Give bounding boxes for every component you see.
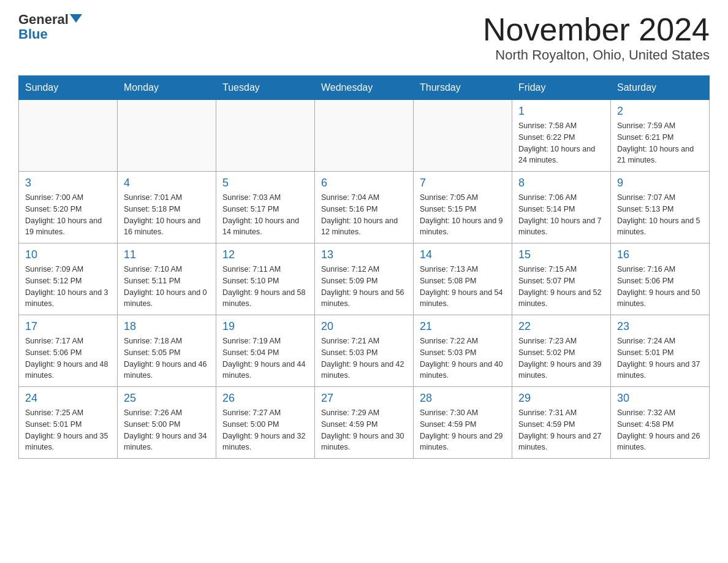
- day-info: Sunrise: 7:04 AMSunset: 5:16 PMDaylight:…: [321, 192, 407, 238]
- day-number: 29: [518, 392, 604, 405]
- day-info: Sunrise: 7:31 AMSunset: 4:59 PMDaylight:…: [518, 407, 604, 453]
- day-info: Sunrise: 7:21 AMSunset: 5:03 PMDaylight:…: [321, 335, 407, 381]
- day-info: Sunrise: 7:03 AMSunset: 5:17 PMDaylight:…: [222, 192, 308, 238]
- day-info: Sunrise: 7:01 AMSunset: 5:18 PMDaylight:…: [124, 192, 210, 238]
- day-info: Sunrise: 7:25 AMSunset: 5:01 PMDaylight:…: [25, 407, 111, 453]
- day-info: Sunrise: 7:24 AMSunset: 5:01 PMDaylight:…: [617, 335, 703, 381]
- day-number: 15: [518, 248, 604, 261]
- calendar-cell: [216, 100, 315, 172]
- day-number: 30: [617, 392, 703, 405]
- day-info: Sunrise: 7:58 AMSunset: 6:22 PMDaylight:…: [518, 120, 604, 166]
- calendar-cell: 17Sunrise: 7:17 AMSunset: 5:06 PMDayligh…: [19, 315, 118, 387]
- calendar-cell: 19Sunrise: 7:19 AMSunset: 5:04 PMDayligh…: [216, 315, 315, 387]
- calendar-cell: 2Sunrise: 7:59 AMSunset: 6:21 PMDaylight…: [611, 100, 710, 172]
- day-info: Sunrise: 7:06 AMSunset: 5:14 PMDaylight:…: [518, 192, 604, 238]
- day-info: Sunrise: 7:59 AMSunset: 6:21 PMDaylight:…: [617, 120, 703, 166]
- logo-blue-text: Blue: [18, 27, 48, 42]
- calendar-cell: 25Sunrise: 7:26 AMSunset: 5:00 PMDayligh…: [118, 387, 216, 459]
- day-number: 19: [222, 320, 308, 333]
- day-info: Sunrise: 7:05 AMSunset: 5:15 PMDaylight:…: [420, 192, 506, 238]
- day-number: 5: [222, 177, 308, 190]
- day-info: Sunrise: 7:11 AMSunset: 5:10 PMDaylight:…: [222, 264, 308, 310]
- calendar-cell: 6Sunrise: 7:04 AMSunset: 5:16 PMDaylight…: [315, 172, 414, 243]
- calendar-cell: [19, 100, 118, 172]
- day-info: Sunrise: 7:10 AMSunset: 5:11 PMDaylight:…: [124, 264, 210, 310]
- calendar-day-header-saturday: Saturday: [611, 76, 710, 100]
- calendar-cell: 10Sunrise: 7:09 AMSunset: 5:12 PMDayligh…: [19, 243, 118, 315]
- location-title: North Royalton, Ohio, United States: [483, 47, 710, 63]
- day-number: 14: [420, 248, 506, 261]
- calendar-week-row: 1Sunrise: 7:58 AMSunset: 6:22 PMDaylight…: [19, 100, 710, 172]
- calendar-cell: 7Sunrise: 7:05 AMSunset: 5:15 PMDaylight…: [414, 172, 512, 243]
- day-number: 20: [321, 320, 407, 333]
- day-number: 18: [124, 320, 210, 333]
- calendar-cell: 28Sunrise: 7:30 AMSunset: 4:59 PMDayligh…: [414, 387, 512, 459]
- day-number: 6: [321, 177, 407, 190]
- month-title: November 2024: [483, 12, 710, 47]
- calendar-cell: 24Sunrise: 7:25 AMSunset: 5:01 PMDayligh…: [19, 387, 118, 459]
- calendar-day-header-monday: Monday: [118, 76, 216, 100]
- day-number: 8: [518, 177, 604, 190]
- day-info: Sunrise: 7:16 AMSunset: 5:06 PMDaylight:…: [617, 264, 703, 310]
- day-number: 16: [617, 248, 703, 261]
- calendar-day-header-thursday: Thursday: [414, 76, 512, 100]
- calendar-day-header-tuesday: Tuesday: [216, 76, 315, 100]
- calendar-cell: 23Sunrise: 7:24 AMSunset: 5:01 PMDayligh…: [611, 315, 710, 387]
- day-info: Sunrise: 7:07 AMSunset: 5:13 PMDaylight:…: [617, 192, 703, 238]
- calendar-cell: 1Sunrise: 7:58 AMSunset: 6:22 PMDaylight…: [512, 100, 611, 172]
- header: General Blue November 2024 North Royalto…: [18, 12, 710, 63]
- calendar-cell: 13Sunrise: 7:12 AMSunset: 5:09 PMDayligh…: [315, 243, 414, 315]
- calendar-cell: 29Sunrise: 7:31 AMSunset: 4:59 PMDayligh…: [512, 387, 611, 459]
- day-number: 1: [518, 105, 604, 118]
- calendar-cell: 12Sunrise: 7:11 AMSunset: 5:10 PMDayligh…: [216, 243, 315, 315]
- day-number: 12: [222, 248, 308, 261]
- day-info: Sunrise: 7:29 AMSunset: 4:59 PMDaylight:…: [321, 407, 407, 453]
- day-info: Sunrise: 7:22 AMSunset: 5:03 PMDaylight:…: [420, 335, 506, 381]
- day-info: Sunrise: 7:32 AMSunset: 4:58 PMDaylight:…: [617, 407, 703, 453]
- calendar-cell: 27Sunrise: 7:29 AMSunset: 4:59 PMDayligh…: [315, 387, 414, 459]
- logo: General Blue: [18, 12, 82, 42]
- calendar-cell: 11Sunrise: 7:10 AMSunset: 5:11 PMDayligh…: [118, 243, 216, 315]
- day-info: Sunrise: 7:26 AMSunset: 5:00 PMDaylight:…: [124, 407, 210, 453]
- day-number: 11: [124, 248, 210, 261]
- day-info: Sunrise: 7:18 AMSunset: 5:05 PMDaylight:…: [124, 335, 210, 381]
- day-info: Sunrise: 7:00 AMSunset: 5:20 PMDaylight:…: [25, 192, 111, 238]
- calendar-cell: [118, 100, 216, 172]
- calendar-week-row: 24Sunrise: 7:25 AMSunset: 5:01 PMDayligh…: [19, 387, 710, 459]
- calendar-cell: 4Sunrise: 7:01 AMSunset: 5:18 PMDaylight…: [118, 172, 216, 243]
- calendar-header-row: SundayMondayTuesdayWednesdayThursdayFrid…: [19, 76, 710, 100]
- calendar-cell: 18Sunrise: 7:18 AMSunset: 5:05 PMDayligh…: [118, 315, 216, 387]
- calendar-week-row: 3Sunrise: 7:00 AMSunset: 5:20 PMDaylight…: [19, 172, 710, 243]
- day-number: 24: [25, 392, 111, 405]
- day-number: 17: [25, 320, 111, 333]
- calendar-cell: [315, 100, 414, 172]
- day-info: Sunrise: 7:27 AMSunset: 5:00 PMDaylight:…: [222, 407, 308, 453]
- logo-triangle-icon: [70, 14, 82, 23]
- calendar-cell: 5Sunrise: 7:03 AMSunset: 5:17 PMDaylight…: [216, 172, 315, 243]
- calendar-table: SundayMondayTuesdayWednesdayThursdayFrid…: [18, 75, 710, 459]
- calendar-cell: 16Sunrise: 7:16 AMSunset: 5:06 PMDayligh…: [611, 243, 710, 315]
- day-number: 4: [124, 177, 210, 190]
- calendar-cell: [414, 100, 512, 172]
- day-number: 27: [321, 392, 407, 405]
- day-number: 25: [124, 392, 210, 405]
- calendar-cell: 26Sunrise: 7:27 AMSunset: 5:00 PMDayligh…: [216, 387, 315, 459]
- calendar-cell: 8Sunrise: 7:06 AMSunset: 5:14 PMDaylight…: [512, 172, 611, 243]
- day-number: 23: [617, 320, 703, 333]
- calendar-day-header-friday: Friday: [512, 76, 611, 100]
- calendar-day-header-wednesday: Wednesday: [315, 76, 414, 100]
- day-info: Sunrise: 7:30 AMSunset: 4:59 PMDaylight:…: [420, 407, 506, 453]
- day-info: Sunrise: 7:15 AMSunset: 5:07 PMDaylight:…: [518, 264, 604, 310]
- day-info: Sunrise: 7:19 AMSunset: 5:04 PMDaylight:…: [222, 335, 308, 381]
- calendar-cell: 14Sunrise: 7:13 AMSunset: 5:08 PMDayligh…: [414, 243, 512, 315]
- calendar-day-header-sunday: Sunday: [19, 76, 118, 100]
- day-number: 9: [617, 177, 703, 190]
- day-number: 10: [25, 248, 111, 261]
- day-number: 2: [617, 105, 703, 118]
- calendar-cell: 20Sunrise: 7:21 AMSunset: 5:03 PMDayligh…: [315, 315, 414, 387]
- calendar-cell: 9Sunrise: 7:07 AMSunset: 5:13 PMDaylight…: [611, 172, 710, 243]
- day-number: 21: [420, 320, 506, 333]
- day-info: Sunrise: 7:13 AMSunset: 5:08 PMDaylight:…: [420, 264, 506, 310]
- day-info: Sunrise: 7:17 AMSunset: 5:06 PMDaylight:…: [25, 335, 111, 381]
- calendar-cell: 21Sunrise: 7:22 AMSunset: 5:03 PMDayligh…: [414, 315, 512, 387]
